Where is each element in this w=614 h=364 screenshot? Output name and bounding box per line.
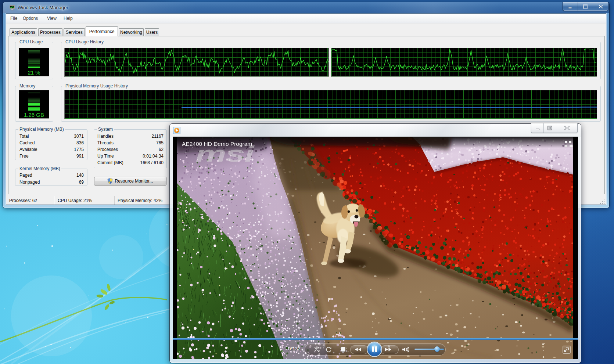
svg-text:msi: msi <box>195 141 255 166</box>
